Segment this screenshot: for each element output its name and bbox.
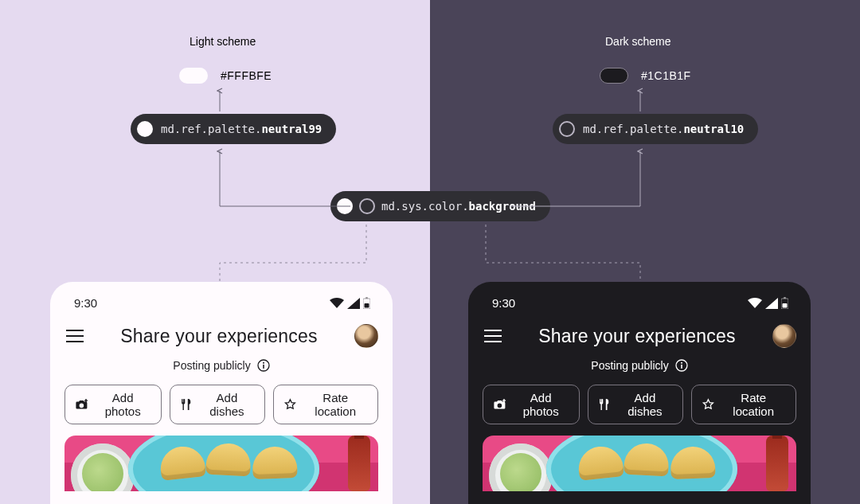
battery-icon — [363, 297, 370, 309]
chip-add-photos[interactable]: Add photos — [64, 385, 162, 424]
chip-rate-location[interactable]: Rate location — [273, 385, 378, 424]
status-bar: 9:30 — [468, 282, 811, 318]
chip-add-photos[interactable]: Add photos — [483, 385, 580, 424]
chip-label: Add photos — [513, 391, 569, 418]
utensils-icon — [598, 397, 612, 412]
chip-label: Add dishes — [199, 391, 254, 418]
token-swatch-dark — [359, 198, 375, 214]
token-prefix: md.ref.palette. — [161, 123, 261, 135]
svg-rect-11 — [681, 365, 682, 369]
token-ref-light: md.ref.palette.neutral99 — [131, 114, 336, 144]
chip-rate-location[interactable]: Rate location — [691, 385, 796, 424]
subline-label: Posting publicly — [173, 359, 250, 372]
svg-point-4 — [263, 362, 264, 364]
svg-rect-2 — [365, 303, 369, 308]
status-time: 9:30 — [74, 296, 97, 310]
status-time: 9:30 — [492, 296, 515, 310]
battery-icon — [781, 297, 788, 309]
chip-add-dishes[interactable]: Add dishes — [588, 385, 683, 424]
svg-rect-5 — [263, 365, 264, 369]
chip-label: Add dishes — [617, 391, 672, 418]
token-name: neutral10 — [683, 123, 744, 135]
chip-label: Rate location — [721, 391, 786, 418]
wifi-icon — [748, 298, 762, 309]
subline: Posting publicly — [468, 353, 811, 385]
signal-icon — [347, 298, 360, 309]
camera-plus-icon — [493, 397, 506, 412]
svg-rect-7 — [784, 297, 786, 299]
svg-rect-8 — [783, 303, 788, 308]
star-outline-icon — [702, 397, 715, 412]
content-image — [483, 436, 796, 491]
svg-rect-1 — [366, 297, 368, 299]
status-bar: 9:30 — [50, 282, 393, 318]
signal-icon — [765, 298, 778, 309]
avatar[interactable] — [772, 324, 796, 348]
info-icon[interactable] — [257, 359, 270, 372]
token-swatch-light — [337, 198, 353, 214]
hex-row-dark: #1C1B1F — [600, 68, 691, 84]
swatch-light — [179, 68, 208, 84]
token-swatch — [559, 121, 575, 137]
star-outline-icon — [283, 397, 297, 412]
token-prefix: md.ref.palette. — [583, 123, 683, 135]
page-title: Share your experiences — [538, 326, 735, 347]
subline-label: Posting publicly — [591, 359, 668, 372]
avatar[interactable] — [354, 324, 378, 348]
scheme-label-dark: Dark scheme — [605, 35, 670, 48]
token-ref-dark: md.ref.palette.neutral10 — [553, 114, 758, 144]
menu-icon[interactable] — [484, 330, 502, 342]
chip-row: Add photos Add dishes Rate location — [50, 385, 393, 436]
info-icon[interactable] — [675, 359, 688, 372]
menu-icon[interactable] — [66, 330, 84, 342]
page-title: Share your experiences — [120, 326, 317, 347]
chip-row: Add photos Add dishes Rate location — [468, 385, 811, 436]
swatch-dark — [600, 68, 628, 84]
phone-mock-dark: 9:30 Share your experiences Posting publ… — [468, 282, 811, 504]
chip-label: Rate location — [303, 391, 368, 418]
chip-label: Add photos — [95, 391, 151, 418]
content-image — [64, 436, 378, 491]
token-swatch — [137, 121, 153, 137]
utensils-icon — [180, 397, 194, 412]
scheme-label-light: Light scheme — [190, 35, 256, 48]
token-name: neutral99 — [261, 123, 322, 135]
hex-row-light: #FFFBFE — [179, 68, 272, 84]
token-prefix: md.sys.color. — [381, 200, 469, 213]
token-sys-background: md.sys.color.background — [330, 191, 550, 221]
camera-plus-icon — [75, 397, 88, 412]
hex-text-dark: #1C1B1F — [641, 69, 691, 82]
svg-point-10 — [681, 362, 682, 364]
phone-mock-light: 9:30 Share your experiences Posting publ… — [50, 282, 393, 504]
chip-add-dishes[interactable]: Add dishes — [170, 385, 265, 424]
hex-text-light: #FFFBFE — [221, 69, 272, 82]
token-name: background — [469, 200, 536, 213]
wifi-icon — [330, 298, 344, 309]
subline: Posting publicly — [50, 353, 393, 385]
